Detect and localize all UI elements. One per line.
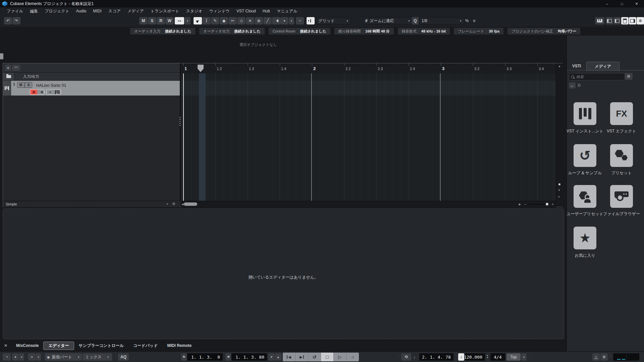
menu-midi[interactable]: MIDI [90,7,105,15]
menu-window[interactable]: ウィンドウ [206,7,233,15]
setup-toolbar-button[interactable]: ⚙ [637,17,644,24]
erase-tool[interactable]: ◆ [220,17,228,24]
menu-media[interactable]: メディア [124,7,147,15]
audio-record-mode-arrow[interactable]: ▼ [36,353,41,361]
quantize-preset-select[interactable]: 1/8 ▼ [419,17,464,24]
menu-score[interactable]: スコア [105,7,124,15]
add-track-button[interactable]: + [5,65,11,71]
menu-vstcloud[interactable]: VST Cloud [233,7,259,15]
media-search-input[interactable]: 検索 [569,73,627,80]
tempo-track-button[interactable]: ♪ [458,353,464,361]
horizontal-scrollbar[interactable]: ◀ ▶ − + [181,201,556,207]
tab-midi-remote[interactable]: MIDI Remote [162,342,196,349]
record-enable-button[interactable] [30,89,37,95]
tap-tempo-button[interactable]: Tap [506,353,521,361]
menu-project[interactable]: プロジェクト [41,7,73,15]
punch-in-button[interactable]: ▼ [268,353,275,361]
monitor-button[interactable] [37,89,44,95]
quantize-panel-button[interactable]: e [471,17,478,24]
vertical-zoom-plus[interactable]: + [558,195,560,199]
hzoom-slider[interactable] [528,204,547,205]
right-zone-toggle[interactable] [629,17,636,24]
media-tile-presets[interactable] [610,144,633,167]
media-tile-loops-samples[interactable]: ↺ [574,144,596,167]
vertical-scrollbar[interactable]: ▲ ▼ + [556,63,563,207]
right-locator-display[interactable]: 1. 1. 3. 80 [231,353,267,361]
goto-next-marker-button[interactable]: ▶ [296,353,308,361]
track-name[interactable]: HALion Sonic 01 [36,83,66,88]
instrument-track-row[interactable]: 1 M S HALion Sonic 01 e [3,81,180,96]
split-tool[interactable]: ✂ [228,17,237,24]
hzoom-dot[interactable] [546,203,548,205]
hscroll-thumb[interactable] [184,202,197,206]
common-record-mode-button[interactable]: ● [12,353,19,361]
hzoom-minus[interactable]: − [524,202,526,206]
menu-edit[interactable]: 編集 [26,7,41,15]
lower-zone-toggle[interactable] [621,17,629,24]
tab-media[interactable]: メディア [586,62,620,71]
snap-toggle-button[interactable] [307,17,315,24]
io-folder-track[interactable]: 入力/出力 [3,73,180,80]
left-edge-handle[interactable] [0,53,3,59]
tab-chord-pads[interactable]: コードパッド [128,342,162,350]
auto-fade-button[interactable]: ~ [296,17,304,24]
menu-hub[interactable]: Hub [259,7,273,15]
timeline-ruler[interactable]: 1 1.2 1.3 1.4 2 2.2 2.3 2.4 3 3.2 3.3 3.… [181,63,556,74]
media-tile-favorites[interactable]: ★ [574,227,596,249]
hzoom-plus[interactable]: + [552,202,554,206]
tempo-menu-arrow[interactable]: ▼ [521,353,527,361]
draw-tool[interactable]: ✎ [211,17,219,24]
menu-transport[interactable]: トランスポート [147,7,183,15]
grid-type-select[interactable]: #ズームに適応 ▼ [363,17,413,24]
track-mute-button[interactable]: M [17,82,24,88]
maximize-button[interactable]: □ [614,0,629,7]
close-lower-zone-button[interactable]: ✕ [0,343,11,348]
event-display[interactable] [181,73,556,201]
solo-all-button[interactable]: S [148,17,156,24]
snap-type-select[interactable]: グリッド ▼ [316,17,351,24]
color-menu-button[interactable]: ● [280,17,288,24]
inspector-toggle[interactable] [606,17,613,24]
stop-button[interactable]: □ [321,353,334,361]
vertical-zoom-dot[interactable] [558,183,560,185]
write-automation-button[interactable]: W [165,17,174,24]
quantize-icon-button[interactable]: Q [412,17,419,24]
mute-tool[interactable]: ✕ [246,17,254,24]
object-selection-tool[interactable]: ▶ [194,17,202,24]
media-back-button[interactable]: ← [569,82,576,88]
media-list-view-button[interactable]: ≡ [625,73,633,80]
zoom-tool[interactable]: ⊕ [255,17,263,24]
scroll-down-icon[interactable]: ▼ [558,189,560,192]
time-format-button[interactable]: ♩ [413,353,419,361]
onscreen-keyboard-button[interactable] [595,17,604,24]
goto-left-locator-button[interactable]: ⚑ [181,353,187,361]
media-tile-file-browser[interactable] [610,185,633,208]
left-locator-display[interactable]: 1. 1. 3. 0 [187,353,223,361]
tab-mixconsole[interactable]: MixConsole [11,342,43,349]
iterative-quantize-button[interactable]: % [464,17,470,24]
range-selection-tool[interactable]: I [202,17,211,24]
constrain-delay-button[interactable]: ◔ [3,353,11,361]
preset-caret-icon[interactable]: ▾ [167,203,168,205]
auto-quantize-button[interactable]: AQ [118,353,129,361]
common-record-mode-arrow[interactable]: ▼ [19,353,24,361]
track-controls-gear-icon[interactable]: ⚙ [172,202,175,206]
play-button[interactable]: ▷ [334,353,346,361]
minimize-button[interactable]: – [600,0,614,7]
time-signature-display[interactable]: 4/4 [490,353,505,361]
position-display[interactable]: 2. 1. 4. 78 [419,353,453,361]
close-button[interactable]: ✕ [629,0,644,7]
midi-record-mode-select[interactable]: ◉ 新規パート ▼ [45,353,82,361]
media-tile-vst-instruments[interactable] [574,102,596,125]
track-preset-button[interactable]: ◠ [12,65,20,71]
media-tile-user-presets[interactable] [574,185,596,208]
media-home-button[interactable]: ⌂ [578,82,581,87]
scroll-up-icon[interactable]: ▲ [556,65,563,68]
autoscroll-button[interactable]: ↦ [175,17,184,24]
performance-meter[interactable] [613,353,639,361]
tempo-spinner[interactable]: ▲ ▼ [486,354,488,359]
metronome-button[interactable]: △ [592,353,600,361]
redo-button[interactable]: ↷ [12,17,20,24]
scroll-left-icon[interactable]: ◀ [181,203,183,206]
shuttle-button[interactable]: ⟲ [401,353,411,361]
